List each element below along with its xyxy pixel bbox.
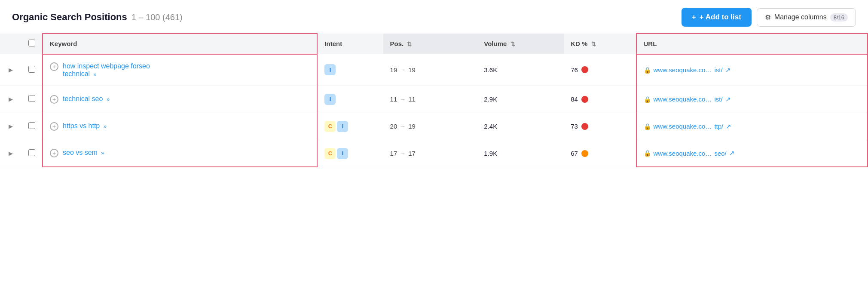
- col-header-kd[interactable]: KD % ⇅: [564, 34, 636, 54]
- intent-badge-i: I: [337, 121, 348, 132]
- expand-button[interactable]: ▶: [7, 149, 15, 157]
- intent-badge-i: I: [337, 148, 348, 159]
- keyword-text-wrap: how inspect webpage forseotechnical »: [63, 62, 150, 78]
- external-link-icon[interactable]: ↗: [729, 149, 735, 157]
- kd-cell: 73: [564, 113, 636, 140]
- table-row: ▶ + seo vs sem » CI17→171.9K67 🔒 www.seo…: [0, 140, 868, 167]
- kd-dot: [581, 123, 588, 130]
- keyword-link[interactable]: https vs http »: [63, 122, 107, 130]
- url-cell: 🔒 www.seoquake.co… ist/ ↗: [636, 54, 868, 86]
- intent-badge-c: C: [324, 148, 336, 159]
- external-link-icon[interactable]: ↗: [725, 66, 731, 74]
- row-checkbox[interactable]: [28, 122, 35, 129]
- expand-button[interactable]: ▶: [7, 122, 15, 130]
- url-link[interactable]: www.seoquake.co…: [654, 123, 712, 130]
- kd-dot: [581, 150, 588, 157]
- url-cell: 🔒 www.seoquake.co… ttp/ ↗: [636, 113, 868, 140]
- add-keyword-icon[interactable]: +: [50, 149, 58, 157]
- add-to-list-label: + Add to list: [700, 13, 741, 22]
- keyword-link[interactable]: how inspect webpage forseotechnical »: [63, 62, 150, 78]
- page-range: 1 – 100 (461): [131, 12, 183, 22]
- kd-value: 84: [571, 95, 578, 103]
- volume-cell: 2.4K: [477, 113, 564, 140]
- keyword-cell-content: + seo vs sem »: [50, 149, 310, 157]
- keyword-link[interactable]: seo vs sem »: [63, 149, 104, 157]
- lock-icon: 🔒: [644, 67, 651, 74]
- volume-value: 2.9K: [484, 95, 497, 103]
- intent-cell: CI: [317, 113, 383, 140]
- row-checkbox[interactable]: [28, 95, 35, 102]
- keyword-cell-content: + technical seo »: [50, 95, 310, 104]
- add-to-list-button[interactable]: + + Add to list: [682, 8, 752, 27]
- chevron-icon: »: [107, 96, 110, 102]
- row-checkbox-cell[interactable]: [21, 86, 43, 113]
- volume-value: 3.6K: [484, 66, 497, 74]
- kd-sort-icon: ⇅: [591, 41, 596, 47]
- manage-columns-button[interactable]: ⚙ Manage columns 8/16: [757, 8, 856, 27]
- chevron-icon: »: [104, 123, 107, 129]
- pos-to: 19: [408, 66, 416, 74]
- arrow-icon: →: [400, 123, 406, 130]
- kd-value: 73: [571, 123, 578, 130]
- keyword-cell: + seo vs sem »: [43, 140, 317, 167]
- url-link[interactable]: www.seoquake.co…: [654, 66, 712, 74]
- row-checkbox[interactable]: [28, 149, 35, 156]
- col-header-volume[interactable]: Volume ⇅: [477, 34, 564, 54]
- lock-icon: 🔒: [644, 123, 651, 130]
- add-keyword-icon[interactable]: +: [50, 95, 58, 104]
- gear-icon: ⚙: [765, 13, 771, 22]
- row-expander[interactable]: ▶: [0, 86, 21, 113]
- keyword-cell-content: + how inspect webpage forseotechnical »: [50, 62, 310, 78]
- url-suffix: seo/: [714, 150, 726, 157]
- volume-cell: 1.9K: [477, 140, 564, 167]
- kd-cell: 84: [564, 86, 636, 113]
- pos-from: 19: [390, 66, 397, 74]
- page-title: Organic Search Positions: [12, 12, 127, 23]
- volume-value: 1.9K: [484, 150, 497, 157]
- keyword-cell-content: + https vs http »: [50, 122, 310, 131]
- expand-button[interactable]: ▶: [7, 95, 15, 103]
- row-checkbox-cell[interactable]: [21, 113, 43, 140]
- table-wrapper: Keyword Intent Pos. ⇅ Volume ⇅ KD % ⇅: [0, 33, 868, 167]
- columns-badge: 8/16: [830, 13, 848, 22]
- plus-icon: +: [692, 13, 696, 22]
- pos-cell: 17→17: [383, 140, 477, 167]
- col-header-intent: Intent: [317, 34, 383, 54]
- kd-cell: 76: [564, 54, 636, 86]
- row-expander[interactable]: ▶: [0, 113, 21, 140]
- keyword-cell: + how inspect webpage forseotechnical »: [43, 54, 317, 86]
- pos-from: 17: [390, 150, 397, 157]
- intent-badge-c: C: [324, 121, 336, 132]
- keyword-cell: + https vs http »: [43, 113, 317, 140]
- kd-dot: [581, 96, 588, 103]
- col-header-url: URL: [636, 34, 868, 54]
- volume-cell: 3.6K: [477, 54, 564, 86]
- row-expander[interactable]: ▶: [0, 140, 21, 167]
- pos-sort-icon: ⇅: [407, 41, 412, 47]
- add-keyword-icon[interactable]: +: [50, 62, 58, 71]
- row-checkbox-cell[interactable]: [21, 54, 43, 86]
- external-link-icon[interactable]: ↗: [725, 95, 731, 103]
- intent-cell: CI: [317, 140, 383, 167]
- url-link[interactable]: www.seoquake.co…: [654, 95, 712, 103]
- pos-to: 17: [408, 150, 416, 157]
- keyword-link[interactable]: technical seo »: [63, 95, 110, 103]
- col-header-checkbox[interactable]: [21, 34, 43, 54]
- kd-value: 67: [571, 150, 578, 157]
- row-expander[interactable]: ▶: [0, 54, 21, 86]
- col-header-pos[interactable]: Pos. ⇅: [383, 34, 477, 54]
- row-checkbox-cell[interactable]: [21, 140, 43, 167]
- external-link-icon[interactable]: ↗: [726, 123, 731, 130]
- url-cell: 🔒 www.seoquake.co… seo/ ↗: [636, 140, 868, 167]
- pos-cell: 11→11: [383, 86, 477, 113]
- intent-cell: I: [317, 54, 383, 86]
- url-link[interactable]: www.seoquake.co…: [654, 150, 712, 157]
- row-checkbox[interactable]: [28, 66, 35, 73]
- results-table: Keyword Intent Pos. ⇅ Volume ⇅ KD % ⇅: [0, 33, 868, 167]
- pos-to: 11: [408, 95, 416, 103]
- select-all-checkbox[interactable]: [28, 40, 35, 46]
- col-header-expander: [0, 34, 21, 54]
- expand-button[interactable]: ▶: [7, 66, 15, 74]
- add-keyword-icon[interactable]: +: [50, 122, 58, 131]
- kd-value: 76: [571, 66, 578, 74]
